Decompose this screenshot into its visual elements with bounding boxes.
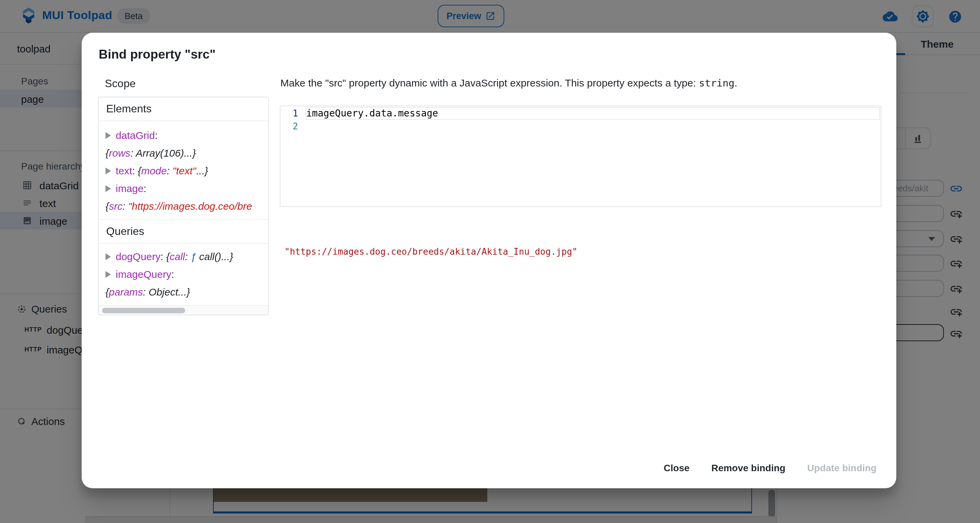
scope-node-image-preview: {src: "https://images.dog.ceo/bre: [105, 198, 268, 215]
expand-arrow-icon[interactable]: [105, 185, 111, 192]
scope-node-datagrid-preview: {rows: Array(106)...}: [105, 144, 268, 162]
dialog-description: Make the "src" property dynamic with a J…: [280, 77, 879, 89]
scope-node-imagequery-preview: {params: Object...}: [105, 283, 268, 301]
bind-property-dialog: Bind property "src" Scope Make the "src"…: [82, 33, 896, 488]
expand-arrow-icon[interactable]: [105, 254, 111, 260]
dialog-actions: Close Remove binding Update binding: [657, 457, 883, 479]
scope-label: Scope: [105, 78, 136, 90]
elements-header: Elements: [99, 97, 268, 121]
description-type: string: [699, 78, 735, 89]
remove-binding-button[interactable]: Remove binding: [705, 457, 791, 479]
scope-node-datagrid[interactable]: dataGrid:: [105, 127, 268, 144]
dialog-title: Bind property "src": [99, 47, 216, 62]
line-number-1: 1: [280, 107, 298, 120]
expression-editor[interactable]: 1 2 imageQuery.data.message: [280, 105, 881, 207]
toolpad-app: MUI Toolpad Beta Preview toolpad P: [0, 0, 980, 523]
update-binding-button[interactable]: Update binding: [801, 457, 883, 479]
expression-code[interactable]: imageQuery.data.message: [306, 107, 438, 120]
expand-arrow-icon[interactable]: [105, 271, 111, 278]
scope-node-imagequery[interactable]: imageQuery:: [105, 266, 268, 283]
scope-panel: Elements dataGrid: {rows: Array(106)...}…: [98, 97, 269, 315]
description-text: Make the "src" property dynamic with a J…: [280, 77, 699, 89]
line-number-2: 2: [280, 120, 298, 133]
scope-node-image[interactable]: image:: [105, 180, 268, 198]
queries-tree: dogQuery: {call: ƒ call()...} imageQuery…: [99, 244, 268, 301]
expand-arrow-icon[interactable]: [105, 132, 111, 139]
description-period: .: [734, 77, 737, 89]
close-button[interactable]: Close: [657, 457, 695, 479]
evaluated-result: "https://images.dog.ceo/breeds/akita/Aki…: [285, 247, 578, 257]
scope-hscrollbar-thumb[interactable]: [102, 308, 185, 313]
queries-header: Queries: [99, 220, 268, 244]
scope-hscrollbar-track[interactable]: [99, 305, 268, 315]
scope-node-text[interactable]: text: {mode: "text"...}: [105, 162, 268, 180]
expand-arrow-icon[interactable]: [105, 167, 111, 174]
scope-node-dogquery[interactable]: dogQuery: {call: ƒ call()...}: [105, 248, 268, 266]
elements-tree: dataGrid: {rows: Array(106)...} text: {m…: [99, 121, 268, 215]
